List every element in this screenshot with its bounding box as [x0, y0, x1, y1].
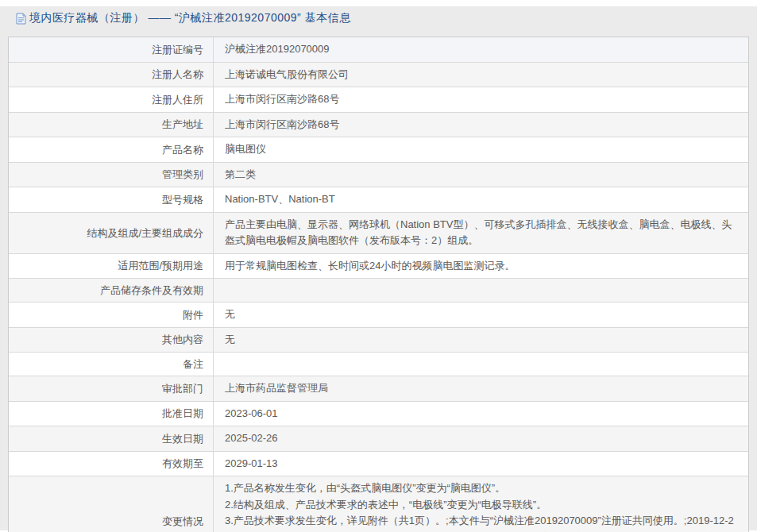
row-label: 备注 — [9, 353, 214, 376]
row-value: 上海市闵行区南沙路68号 — [214, 87, 748, 112]
page-header: 境内医疗器械（注册） —— “沪械注准20192070009” 基本信息 — [8, 10, 749, 37]
table-row: 注册人住所 上海市闵行区南沙路68号 — [9, 87, 748, 112]
row-value — [214, 360, 748, 368]
table-row: 附件 无 — [9, 302, 748, 327]
table-row: 备注 — [9, 352, 748, 376]
row-label: 管理类别 — [9, 163, 214, 187]
row-value: 2023-06-01 — [214, 402, 748, 426]
row-value: 第二类 — [214, 163, 748, 187]
row-value: 脑电图仪 — [214, 137, 748, 162]
document-icon — [16, 13, 26, 25]
row-value: 上海市闵行区南沙路68号 — [214, 113, 748, 137]
row-value: 产品主要由电脑、显示器、网络球机（Nation BTV型）、可移式多孔插排盒、无… — [214, 213, 748, 253]
table-row: 变更情况 1.产品名称发生变化，由“头盔式脑电图仪”变更为“脑电图仪”。 2.结… — [9, 476, 748, 532]
row-value — [214, 287, 748, 295]
table-row: 产品储存条件及有效期 — [9, 278, 748, 302]
table-row: 生效日期 2025-02-26 — [9, 426, 748, 451]
row-value: Nation-BTV、Nation-BT — [214, 187, 748, 212]
row-value: 2025-02-26 — [214, 426, 748, 451]
row-label: 生效日期 — [9, 426, 214, 451]
table-row: 其他内容 无 — [9, 327, 748, 353]
table-row: 有效期至 2029-01-13 — [9, 451, 748, 476]
table-row: 适用范围/预期用途 用于常规脑电图检查、长时间或24小时的视频脑电图监测记录。 — [9, 253, 748, 279]
row-label: 产品储存条件及有效期 — [9, 279, 214, 302]
table-row: 注册人名称 上海诺诚电气股份有限公司 — [9, 62, 748, 87]
row-label: 结构及组成/主要组成成分 — [9, 213, 214, 253]
row-value: 无 — [214, 328, 748, 353]
row-label: 变更情况 — [9, 476, 214, 532]
row-value: 上海市药品监督管理局 — [214, 376, 748, 401]
page-title: 境内医疗器械（注册） —— “沪械注准20192070009” 基本信息 — [29, 11, 351, 25]
row-value: 沪械注准20192070009 — [214, 37, 748, 62]
main-content: 境内医疗器械（注册） —— “沪械注准20192070009” 基本信息 注册证… — [0, 0, 757, 532]
row-label: 注册人名称 — [9, 63, 214, 87]
row-label: 审批部门 — [9, 376, 214, 401]
row-value: 上海诺诚电气股份有限公司 — [214, 63, 748, 87]
row-label: 生产地址 — [9, 113, 214, 137]
table-row: 结构及组成/主要组成成分 产品主要由电脑、显示器、网络球机（Nation BTV… — [9, 212, 748, 253]
row-label: 其他内容 — [9, 328, 214, 353]
row-value: 无 — [214, 303, 748, 327]
row-label: 型号规格 — [9, 187, 214, 212]
row-value: 1.产品名称发生变化，由“头盔式脑电图仪”变更为“脑电图仪”。 2.结构及组成、… — [214, 476, 748, 532]
table-row: 产品名称 脑电图仪 — [9, 137, 748, 162]
info-table: 注册证编号 沪械注准20192070009 注册人名称 上海诺诚电气股份有限公司… — [8, 37, 749, 532]
row-label: 批准日期 — [9, 402, 214, 426]
row-value: 用于常规脑电图检查、长时间或24小时的视频脑电图监测记录。 — [214, 254, 748, 279]
row-label: 注册人住所 — [9, 87, 214, 112]
row-label: 注册证编号 — [9, 37, 214, 62]
table-row: 审批部门 上海市药品监督管理局 — [9, 376, 748, 401]
table-row: 注册证编号 沪械注准20192070009 — [9, 37, 748, 62]
row-label: 附件 — [9, 303, 214, 327]
table-row: 生产地址 上海市闵行区南沙路68号 — [9, 112, 748, 137]
row-label: 有效期至 — [9, 452, 214, 476]
row-value: 2029-01-13 — [214, 452, 748, 476]
row-label: 适用范围/预期用途 — [9, 254, 214, 279]
table-row: 管理类别 第二类 — [9, 162, 748, 187]
table-row: 批准日期 2023-06-01 — [9, 401, 748, 426]
row-label: 产品名称 — [9, 137, 214, 162]
table-row: 型号规格 Nation-BTV、Nation-BT — [9, 187, 748, 212]
